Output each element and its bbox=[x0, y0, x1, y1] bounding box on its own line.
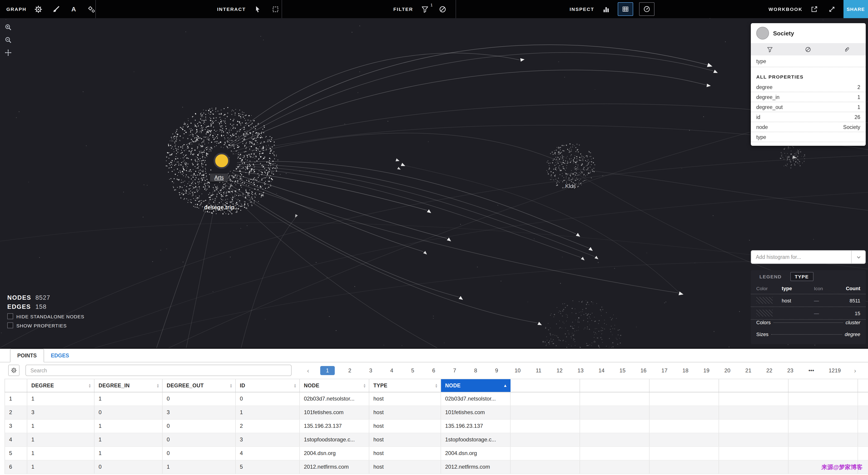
histogram-dropdown-toggle[interactable] bbox=[851, 251, 865, 263]
selected-node-label[interactable]: Arts bbox=[210, 173, 228, 182]
table-row[interactable]: 511042004.dsn.orghost2004.dsn.org bbox=[4, 447, 868, 461]
page-button[interactable]: 8 bbox=[470, 366, 482, 375]
tab-points[interactable]: POINTS bbox=[10, 349, 44, 362]
legend-tab-type[interactable]: TYPE bbox=[790, 272, 813, 281]
search-input[interactable] bbox=[25, 365, 291, 376]
page-button[interactable]: 21 bbox=[742, 366, 754, 375]
table-cell: host bbox=[369, 392, 441, 406]
page-button[interactable]: 6 bbox=[428, 366, 440, 375]
filter-by-icon[interactable] bbox=[767, 46, 773, 53]
table-row[interactable]: 1110002b03d7.netsolstor...host02b03d7.ne… bbox=[4, 392, 868, 406]
add-histogram-select[interactable]: Add histogram for... bbox=[751, 250, 866, 264]
checkbox[interactable] bbox=[7, 313, 13, 319]
row-number-cell: 2 bbox=[5, 406, 27, 419]
top-toolbar: GRAPH A INTERACT FILTER 1 INSPECT bbox=[0, 0, 868, 18]
graph-section-label: GRAPH bbox=[6, 6, 26, 12]
fullscreen-button[interactable] bbox=[826, 3, 838, 15]
exclude-icon[interactable] bbox=[805, 46, 811, 53]
table-row[interactable]: 31102135.196.23.137host135.196.23.137 bbox=[4, 420, 868, 433]
node-inspector-panel: Society type ALL PROPERTIES degree2degre… bbox=[751, 23, 866, 146]
page-button[interactable]: 17 bbox=[659, 366, 671, 375]
checkbox[interactable] bbox=[7, 322, 13, 328]
page-button[interactable]: 7 bbox=[449, 366, 461, 375]
table-cell: 135.196.23.137 bbox=[441, 420, 510, 433]
dotted-leader bbox=[771, 334, 842, 335]
table-settings-button[interactable] bbox=[8, 365, 20, 376]
inspect-section-label: INSPECT bbox=[569, 6, 594, 12]
table-row[interactable]: 411031stopfoodstorage.c...host1stopfoods… bbox=[4, 433, 868, 447]
nodes-stat: NODES 8527 bbox=[7, 294, 84, 301]
page-button[interactable]: 4 bbox=[386, 366, 398, 375]
legend-header: Color type Icon Count bbox=[751, 283, 866, 294]
page-button[interactable]: 1 bbox=[320, 366, 335, 375]
table-cell: 1stopfoodstorage.c... bbox=[441, 433, 510, 446]
table-cell: 0 bbox=[163, 420, 236, 433]
column-header-id[interactable]: ID▲▼ bbox=[236, 379, 300, 392]
page-button[interactable]: 23 bbox=[784, 366, 796, 375]
property-row: type bbox=[751, 132, 866, 142]
page-button[interactable]: 22 bbox=[764, 366, 775, 375]
page-button[interactable]: 13 bbox=[575, 366, 586, 375]
exclusions-button[interactable] bbox=[437, 3, 448, 15]
property-row: degree_out1 bbox=[751, 102, 866, 112]
table-row[interactable]: 610152012.netfirms.comhost2012.netfirms.… bbox=[4, 461, 868, 474]
table-row[interactable]: 23031101fetishes.comhost101fetishes.com bbox=[4, 406, 868, 420]
graph-settings-button[interactable] bbox=[32, 3, 44, 15]
page-button[interactable]: 19 bbox=[701, 366, 712, 375]
share-button[interactable]: SHARE bbox=[843, 0, 868, 18]
table-cell: 1 bbox=[27, 433, 94, 446]
paint-button[interactable] bbox=[50, 3, 62, 15]
table-cell-filler bbox=[858, 420, 868, 433]
column-header-degree_out[interactable]: DEGREE_OUT▲▼ bbox=[163, 379, 236, 392]
page-next-button[interactable]: › bbox=[852, 367, 858, 374]
canvas-option[interactable]: SHOW PROPERTIES bbox=[7, 322, 84, 328]
page-button[interactable]: 11 bbox=[533, 366, 545, 375]
marquee-select-button[interactable] bbox=[269, 3, 281, 15]
page-button[interactable]: 18 bbox=[680, 366, 691, 375]
page-button[interactable]: 14 bbox=[596, 366, 608, 375]
page-button[interactable]: 1219 bbox=[827, 366, 843, 375]
tab-edges[interactable]: EDGES bbox=[44, 349, 76, 362]
zoom-in-icon[interactable] bbox=[4, 24, 12, 31]
filters-button[interactable]: 1 bbox=[419, 3, 431, 15]
graph-canvas[interactable] bbox=[0, 18, 868, 348]
page-button[interactable]: 20 bbox=[721, 366, 733, 375]
edges-count: 158 bbox=[35, 303, 46, 310]
page-button[interactable]: 15 bbox=[617, 366, 628, 375]
page-button[interactable]: 9 bbox=[491, 366, 503, 375]
inspector-field-type[interactable]: type bbox=[751, 55, 866, 67]
column-header-empty bbox=[788, 379, 858, 392]
graph-viewport[interactable]: Arts desege.trip... Kids NODES 8527 EDGE… bbox=[0, 18, 868, 348]
column-header-node[interactable]: NODE▲ bbox=[441, 379, 510, 392]
page-button[interactable]: 16 bbox=[638, 366, 649, 375]
link-icon[interactable] bbox=[843, 46, 850, 53]
table-cell-empty bbox=[719, 392, 788, 406]
pan-select-button[interactable] bbox=[252, 3, 264, 15]
page-button[interactable]: 12 bbox=[554, 366, 565, 375]
column-label: NODE bbox=[304, 383, 319, 388]
row-number-cell: 5 bbox=[5, 447, 27, 460]
page-button[interactable]: 5 bbox=[407, 366, 418, 375]
labels-button[interactable]: A bbox=[68, 3, 80, 15]
inspector-title: Society bbox=[773, 30, 794, 37]
legend-tab-legend[interactable]: LEGEND bbox=[755, 273, 786, 281]
dashboard-button[interactable] bbox=[639, 2, 655, 16]
zoom-out-icon[interactable] bbox=[4, 36, 12, 43]
center-view-icon[interactable] bbox=[4, 49, 12, 56]
open-workbook-button[interactable] bbox=[808, 3, 820, 15]
page-prev-button[interactable]: ‹ bbox=[305, 367, 311, 374]
column-header-degree[interactable]: DEGREE▲▼ bbox=[27, 379, 94, 392]
page-button[interactable]: 3 bbox=[365, 366, 376, 375]
column-header-degree_in[interactable]: DEGREE_IN▲▼ bbox=[94, 379, 163, 392]
table-cell-empty bbox=[510, 406, 580, 419]
chevron-down-icon bbox=[856, 254, 861, 260]
page-button[interactable]: 10 bbox=[512, 366, 524, 375]
histograms-button[interactable] bbox=[600, 3, 612, 15]
page-button[interactable]: 2 bbox=[344, 366, 355, 375]
data-table-button[interactable] bbox=[618, 2, 633, 16]
canvas-option[interactable]: HIDE STANDALONE NODES bbox=[7, 313, 84, 319]
column-header-node[interactable]: NODE▲▼ bbox=[300, 379, 369, 392]
column-header-type[interactable]: TYPE▲▼ bbox=[369, 379, 441, 392]
workbook-section: WORKBOOK bbox=[769, 0, 838, 18]
page-button[interactable]: ••• bbox=[805, 366, 817, 375]
